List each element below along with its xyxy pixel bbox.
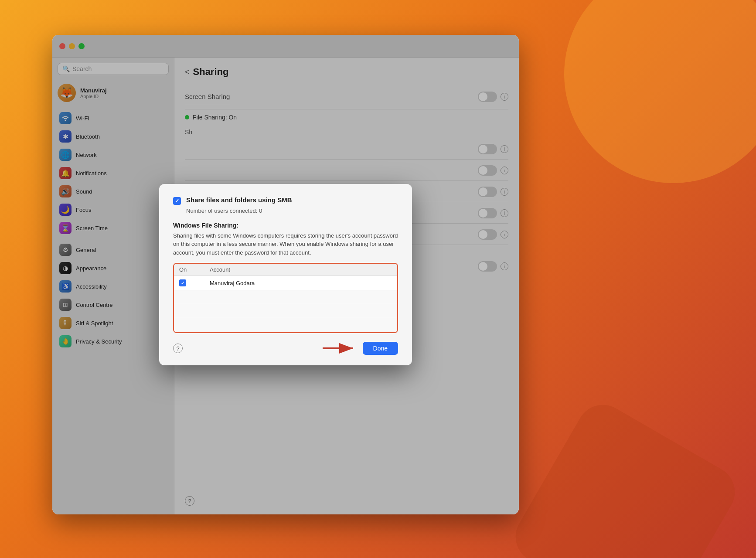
done-button[interactable]: Done	[363, 342, 398, 355]
dialog-help-button[interactable]: ?	[173, 344, 183, 353]
table-empty-rows	[174, 290, 397, 332]
smb-checkmark-icon: ✓	[175, 198, 179, 204]
windows-sharing-section: Windows File Sharing: Sharing files with…	[173, 222, 398, 257]
row-checkbox[interactable]: ✓	[179, 279, 186, 286]
table-row: ✓ Manuviraj Godara	[174, 276, 397, 290]
dialog-footer: ? Done	[173, 342, 398, 355]
windows-sharing-description: Sharing files with some Windows computer…	[173, 231, 398, 257]
table-empty-row	[174, 304, 397, 318]
windows-sharing-title: Windows File Sharing:	[173, 222, 398, 229]
table-empty-row	[174, 290, 397, 304]
smb-checkbox[interactable]: ✓	[173, 197, 181, 205]
accounts-table: On Account ✓ Manuviraj Godara	[173, 263, 398, 333]
row-checkmark-icon: ✓	[181, 281, 184, 286]
account-name: Manuviraj Godara	[210, 280, 392, 286]
table-col-on: On	[179, 266, 210, 273]
main-window: 🔍 Search 🦊 Manuviraj Apple ID Wi-Fi ✱ Bl	[52, 35, 519, 514]
dialog-overlay: ✓ Share files and folders using SMB Numb…	[52, 35, 519, 514]
smb-header: ✓ Share files and folders using SMB	[173, 196, 398, 205]
table-col-account: Account	[210, 266, 392, 273]
smb-connected-count: Number of users connected: 0	[186, 208, 398, 214]
smb-title: Share files and folders using SMB	[186, 196, 292, 204]
red-arrow-icon	[323, 342, 358, 354]
table-empty-row	[174, 318, 397, 332]
dialog-actions: Done	[323, 342, 398, 355]
smb-dialog: ✓ Share files and folders using SMB Numb…	[159, 184, 412, 366]
table-header: On Account	[174, 264, 397, 276]
